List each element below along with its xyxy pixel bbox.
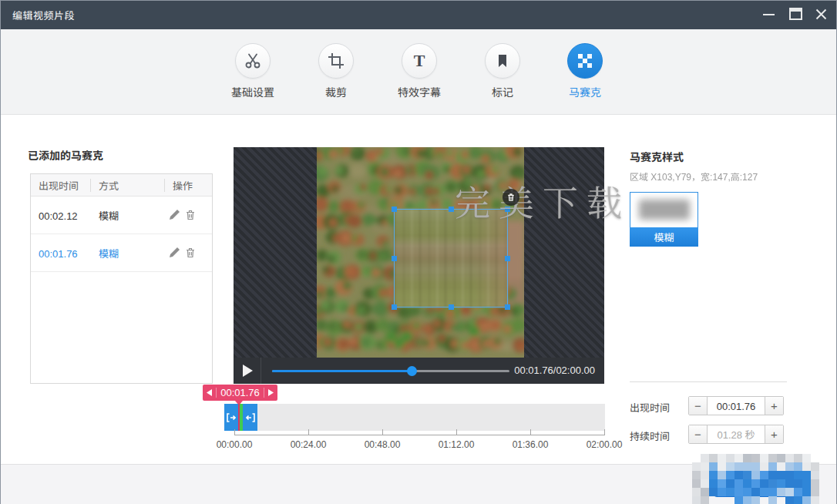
tab-basic-settings[interactable]: 基础设置 — [211, 43, 294, 99]
toolbar: 基础设置 裁剪 T 特效字幕 标记 马赛克 — [1, 29, 836, 115]
video-watermark: 完美下载 — [455, 175, 630, 226]
close-button[interactable] — [809, 1, 832, 27]
row-time: 00:02.12 — [31, 208, 91, 223]
trash-icon — [506, 193, 516, 202]
play-icon — [242, 365, 253, 377]
duration-decrease[interactable]: − — [689, 425, 708, 443]
col-mode: 方式 — [91, 179, 165, 192]
edit-icon[interactable] — [168, 209, 180, 221]
tab-effects-subtitles[interactable]: T 特效字幕 — [378, 43, 461, 99]
slider-thumb[interactable] — [407, 366, 417, 376]
tab-mark[interactable]: 标记 — [461, 43, 544, 99]
row-mode: 模糊 — [91, 208, 165, 223]
player-bar: 00:01.76/02:00.00 — [234, 358, 604, 384]
duration-stepper: − 01.28 秒 + — [688, 425, 784, 444]
handle-w[interactable] — [392, 256, 397, 261]
crop-icon — [318, 43, 354, 79]
trim-end-icon — [246, 413, 255, 422]
scissors-icon — [235, 43, 271, 79]
blur-preview — [639, 200, 690, 220]
svg-text:T: T — [414, 51, 425, 70]
maximize-icon — [789, 8, 802, 20]
row-actions — [165, 209, 212, 221]
ruler-label: 02:00.00 — [577, 439, 631, 450]
ruler-label: 01:36.00 — [503, 439, 557, 450]
col-appear-time: 出现时间 — [31, 179, 91, 192]
appear-time-label: 出现时间 — [630, 400, 670, 415]
slider-fill — [272, 370, 412, 372]
tab-mosaic[interactable]: 马赛克 — [543, 43, 627, 99]
appear-time-increase[interactable]: + — [765, 397, 783, 415]
handle-se[interactable] — [505, 304, 510, 310]
marker-prev-arrow[interactable] — [203, 389, 216, 396]
window-title: 编辑视频片段 — [12, 1, 75, 29]
appear-time-value[interactable]: 00:01.76 — [708, 397, 765, 415]
mosaic-icon — [567, 43, 603, 79]
minimize-icon — [762, 8, 775, 21]
titlebar: 编辑视频片段 — [1, 1, 836, 29]
mosaic-list-title: 已添加的马赛克 — [28, 147, 103, 163]
time-display: 00:01.76/02:00.00 — [514, 358, 595, 384]
marker-next-arrow[interactable] — [264, 389, 277, 396]
appear-time-decrease[interactable]: − — [689, 397, 708, 415]
row-time: 00:01.76 — [31, 246, 91, 260]
handle-s[interactable] — [449, 304, 454, 310]
col-actions: 操作 — [165, 179, 212, 192]
table-row[interactable]: 00:02.12 模糊 — [31, 197, 212, 234]
mosaic-style-title: 马赛克样式 — [630, 149, 684, 164]
trim-start-icon — [227, 413, 236, 422]
region-info: 区域 X103,Y79，宽:147,高:127 — [630, 170, 758, 183]
settings-divider — [630, 381, 787, 382]
table-row-selected[interactable]: 00:01.76 模糊 — [31, 234, 212, 272]
blur-style-card[interactable]: 模糊 — [630, 192, 698, 246]
marker-time: 00:01.76 — [217, 387, 264, 398]
handle-sw[interactable] — [392, 304, 397, 310]
maximize-button[interactable] — [784, 1, 807, 27]
tab-label: 裁剪 — [294, 84, 378, 99]
tab-label: 特效字幕 — [378, 84, 461, 99]
duration-label: 持续时间 — [630, 428, 670, 443]
tab-label: 标记 — [461, 84, 544, 99]
delete-icon[interactable] — [184, 247, 197, 259]
ruler-label: 00:48.00 — [355, 439, 409, 450]
bookmark-icon — [485, 43, 520, 79]
handle-e[interactable] — [505, 256, 510, 261]
minimize-button[interactable] — [757, 1, 780, 27]
footer-bar — [1, 464, 836, 504]
tab-label: 基础设置 — [211, 84, 294, 99]
timeline-track[interactable] — [224, 404, 605, 431]
trim-start-handle[interactable] — [224, 404, 238, 431]
ruler-label: 00:24.00 — [281, 439, 335, 450]
timeline-ruler — [234, 429, 606, 435]
ruler-label: 00:00.00 — [207, 439, 261, 450]
ruler-label: 01:12.00 — [429, 439, 483, 450]
mosaic-table: 出现时间 方式 操作 00:02.12 模糊 00:01.76 模糊 — [30, 173, 213, 384]
handle-nw[interactable] — [392, 207, 397, 212]
duration-value[interactable]: 01.28 秒 — [708, 425, 765, 443]
edit-icon[interactable] — [168, 247, 180, 259]
seek-slider[interactable] — [272, 358, 509, 384]
play-button[interactable] — [234, 358, 261, 384]
confirm-button[interactable] — [713, 467, 810, 497]
row-actions — [165, 247, 212, 259]
appear-time-stepper: − 00:01.76 + — [688, 396, 784, 415]
text-icon: T — [402, 43, 437, 79]
remove-mosaic-button[interactable] — [503, 189, 519, 206]
row-mode: 模糊 — [91, 246, 165, 260]
handle-n[interactable] — [449, 207, 454, 212]
edit-video-clip-window: 编辑视频片段 基础设置 裁剪 T 特效字幕 — [0, 0, 837, 504]
close-icon — [815, 8, 827, 20]
delete-icon[interactable] — [184, 209, 197, 221]
timeline-marker[interactable]: 00:01.76 — [203, 385, 277, 401]
tab-label: 马赛克 — [543, 84, 627, 99]
tab-crop[interactable]: 裁剪 — [294, 43, 378, 99]
trim-end-handle[interactable] — [243, 404, 257, 431]
blur-style-label: 模糊 — [630, 227, 698, 247]
duration-increase[interactable]: + — [765, 425, 783, 443]
table-header: 出现时间 方式 操作 — [31, 174, 212, 197]
